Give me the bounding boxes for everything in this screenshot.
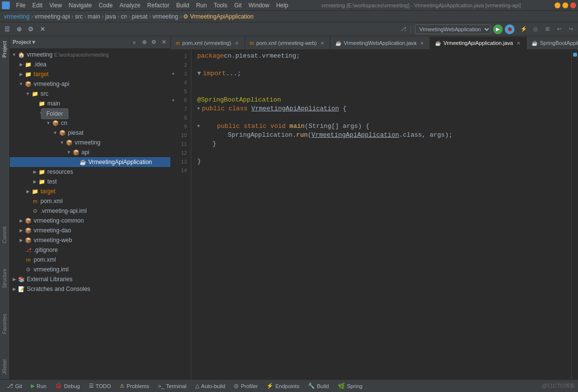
menu-analyze[interactable]: Analyze — [116, 1, 144, 10]
breadcrumb-src[interactable]: src — [75, 13, 83, 20]
tree-ext-libs[interactable]: ▶ 📚 External Libraries — [10, 274, 170, 284]
minimize-btn[interactable] — [555, 2, 560, 8]
code-editor[interactable]: package cn.piesat.vrmeeting; ▼import ...… — [191, 50, 571, 379]
breadcrumb-java[interactable]: java — [105, 13, 116, 20]
tree-test-label: test — [47, 178, 57, 185]
tree-vrmeeting-api[interactable]: ▼ 📦 vrmeeting-api — [10, 79, 170, 89]
menu-code[interactable]: Code — [95, 1, 116, 10]
bt-terminal[interactable]: >_ Terminal — [154, 382, 190, 390]
bean-icon[interactable]: ● — [172, 98, 174, 103]
tab-icon-pom1: m — [176, 41, 180, 46]
tab-pom-vrmeeting[interactable]: m pom.xml (vrmeeting) ✕ — [171, 37, 245, 49]
breadcrumb-cn[interactable]: cn — [121, 13, 127, 20]
tab-close-apiapp[interactable]: ✕ — [516, 40, 521, 46]
tab-spring-boot[interactable]: ☕ SpringBootApplication.class ✕ — [527, 37, 578, 49]
bt-problems[interactable]: ⚠ Problems — [116, 382, 153, 390]
toolbar-extra-3[interactable]: ⊞ — [542, 24, 553, 35]
run-config-select[interactable]: VrmeetingWebApplication — [415, 24, 491, 34]
tab-close-webapp[interactable]: ✕ — [419, 40, 425, 46]
tree-web[interactable]: ▶ 📦 vrmeeting-web — [10, 235, 170, 245]
breadcrumb-api[interactable]: vrmeeting-api — [35, 13, 70, 20]
breadcrumb-piesat[interactable]: piesat — [132, 13, 147, 20]
favorites-tab[interactable]: Favorites — [1, 311, 8, 337]
tree-src[interactable]: ▼ 📁 src — [10, 89, 170, 99]
tree-common[interactable]: ▶ 📦 vrmeeting-common — [10, 216, 170, 226]
settings-btn[interactable]: ⚙ — [25, 24, 36, 35]
project-dropdown-btn[interactable]: ☰ — [2, 24, 13, 35]
structure-tab[interactable]: Structure — [1, 266, 8, 291]
maximize-btn[interactable] — [562, 2, 568, 8]
tab-pom-web[interactable]: m pom.xml (vrmeeting-web) ✕ — [245, 37, 330, 49]
bt-git[interactable]: ⎇ Git — [3, 382, 26, 390]
import-fold-icon[interactable]: ● — [172, 71, 174, 76]
tree-gitignore[interactable]: ⎇ .gitignore — [10, 245, 170, 255]
class-fold-btn[interactable]: ▼ — [197, 104, 200, 113]
tab-close-pom2[interactable]: ✕ — [319, 40, 325, 46]
panel-title[interactable]: Project ▾ — [13, 39, 35, 45]
menu-run[interactable]: Run — [193, 1, 210, 10]
sync-btn[interactable]: ⊕ — [14, 24, 24, 35]
menu-build[interactable]: Build — [173, 1, 193, 10]
import-collapse[interactable]: ▼ — [197, 69, 201, 78]
tree-vrmeeting-pkg[interactable]: ▼ 📦 vrmeeting — [10, 138, 170, 147]
bt-autobuild[interactable]: △ Auto-build — [191, 382, 229, 390]
tree-scratches[interactable]: ▶ 📝 Scratches and Consoles — [10, 284, 170, 294]
run-button[interactable]: ▶ — [493, 24, 503, 34]
tree-cn[interactable]: ▼ 📦 cn — [10, 118, 170, 128]
tree-dao[interactable]: ▶ 📦 vrmeeting-dao — [10, 226, 170, 235]
breadcrumb-vrmeeting-pkg[interactable]: vrmeeting — [152, 13, 178, 20]
breadcrumb-class[interactable]: ⚙ VrmeetingApiApplication — [183, 13, 254, 20]
tree-resources[interactable]: ▶ 📁 resources — [10, 167, 170, 177]
bt-todo[interactable]: ☰ TODO — [85, 382, 115, 390]
tree-java[interactable]: ▼ 📁 java — [10, 108, 170, 118]
panel-close-btn[interactable]: ✕ — [160, 39, 167, 46]
bt-debug[interactable]: 🐞 Debug — [51, 382, 83, 390]
method-fold-btn[interactable]: ▼ — [197, 122, 200, 131]
commit-tab[interactable]: Commit — [1, 224, 8, 246]
tree-target-root[interactable]: ▶ 📁 target — [10, 69, 170, 79]
breadcrumb-main[interactable]: main — [87, 13, 100, 20]
toolbar-extra-5[interactable]: ↪ — [565, 24, 576, 35]
breadcrumb-vrmeeting[interactable]: vrmeeting — [4, 13, 30, 20]
tree-api-pkg[interactable]: ▼ 📦 api — [10, 147, 170, 157]
menu-window[interactable]: Window — [245, 1, 273, 10]
tree-pom-api[interactable]: m pom.xml — [10, 196, 170, 206]
bt-run[interactable]: ▶ Run — [27, 382, 50, 390]
bt-build[interactable]: 🔧 Build — [304, 382, 332, 390]
expand-btn[interactable]: ⊕ — [140, 39, 148, 46]
menu-file[interactable]: File — [13, 1, 29, 10]
tree-idea[interactable]: ▶ 📁 .idea — [10, 60, 170, 69]
tab-web-app[interactable]: ☕ VrmeetingWebApplication.java ✕ — [330, 37, 430, 49]
collapse-all-btn[interactable]: ≡ — [130, 39, 138, 46]
toolbar-extra-2[interactable]: ◎ — [530, 24, 541, 35]
menu-tools[interactable]: Tools — [210, 1, 231, 10]
tree-iml-root[interactable]: ⚙ vrmeeting.iml — [10, 265, 170, 274]
bt-spring[interactable]: 🌿 Spring — [334, 382, 367, 391]
menu-navigate[interactable]: Navigate — [65, 1, 95, 10]
tree-target-api[interactable]: ▶ 📁 target — [10, 186, 170, 196]
project-tab[interactable]: Project — [1, 38, 8, 61]
tree-piesat[interactable]: ▼ 📦 piesat — [10, 128, 170, 138]
tree-iml-api[interactable]: ⚙ .vrmeeting-api.iml — [10, 206, 170, 216]
panel-settings-btn[interactable]: ⚙ — [150, 39, 158, 46]
tree-pom-root[interactable]: m pom.xml — [10, 255, 170, 265]
menu-view[interactable]: View — [46, 1, 65, 10]
close-panel-btn[interactable]: ✕ — [37, 24, 48, 35]
bt-endpoints[interactable]: ⚡ Endpoints — [263, 382, 303, 390]
toolbar-extra-1[interactable]: ⚡ — [518, 24, 529, 35]
close-btn[interactable] — [570, 2, 576, 8]
tree-test[interactable]: ▶ 📁 test — [10, 177, 170, 186]
menu-refactor[interactable]: Refactor — [144, 1, 173, 10]
tab-close-pom1[interactable]: ✕ — [234, 40, 240, 46]
menu-edit[interactable]: Edit — [29, 1, 46, 10]
tree-root[interactable]: ▼ 🏠 vrmeeting E:\workspaces\vrmeeting — [10, 50, 170, 60]
menu-git[interactable]: Git — [231, 1, 245, 10]
tree-main[interactable]: 📁 main — [10, 99, 170, 108]
menu-help[interactable]: Help — [273, 1, 292, 10]
bt-profiler[interactable]: ◎ Profiler — [230, 382, 262, 390]
tree-api-class[interactable]: ☕ VrmeetingApiApplication — [10, 157, 170, 167]
jrebel-tab[interactable]: JRebel — [1, 356, 8, 377]
toolbar-extra-4[interactable]: ↩ — [554, 24, 564, 35]
tab-api-app[interactable]: ☕ VrmeetingApiApplication.java ✕ — [430, 37, 527, 49]
debug-button[interactable]: 🐞 — [505, 24, 515, 34]
